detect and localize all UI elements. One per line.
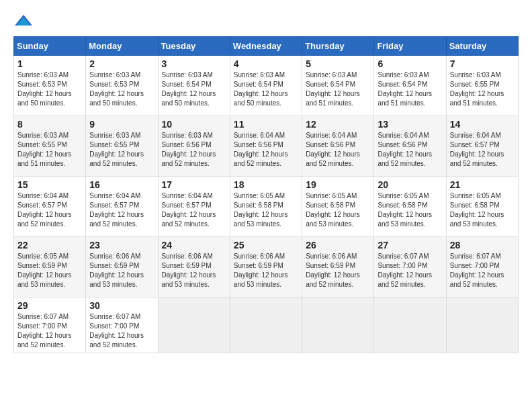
calendar-cell: 11 Sunrise: 6:04 AM Sunset: 6:56 PM Dayl… [230,116,302,177]
calendar-cell: 16 Sunrise: 6:04 AM Sunset: 6:57 PM Dayl… [86,177,158,237]
day-number: 4 [234,58,298,69]
day-info: Sunrise: 6:03 AM Sunset: 6:55 PM Dayligh… [17,131,82,169]
calendar-cell: 8 Sunrise: 6:03 AM Sunset: 6:55 PM Dayli… [14,116,86,177]
calendar-cell: 10 Sunrise: 6:03 AM Sunset: 6:56 PM Dayl… [158,116,230,177]
calendar-cell: 21 Sunrise: 6:05 AM Sunset: 6:58 PM Dayl… [446,177,518,237]
day-info: Sunrise: 6:04 AM Sunset: 6:57 PM Dayligh… [17,191,82,229]
day-number: 9 [89,119,154,130]
day-info: Sunrise: 6:07 AM Sunset: 7:00 PM Dayligh… [450,252,515,289]
calendar-cell: 6 Sunrise: 6:03 AM Sunset: 6:54 PM Dayli… [374,56,446,116]
calendar-week-row: 1 Sunrise: 6:03 AM Sunset: 6:53 PM Dayli… [14,56,519,116]
day-info: Sunrise: 6:04 AM Sunset: 6:57 PM Dayligh… [450,131,515,169]
day-info: Sunrise: 6:03 AM Sunset: 6:53 PM Dayligh… [17,71,82,108]
day-info: Sunrise: 6:03 AM Sunset: 6:54 PM Dayligh… [378,71,442,108]
day-info: Sunrise: 6:05 AM Sunset: 6:58 PM Dayligh… [450,191,515,229]
calendar-header-monday: Monday [86,37,158,56]
day-info: Sunrise: 6:04 AM Sunset: 6:56 PM Dayligh… [234,131,298,169]
day-number: 5 [306,58,370,69]
day-info: Sunrise: 6:05 AM Sunset: 6:58 PM Dayligh… [306,191,370,229]
day-info: Sunrise: 6:03 AM Sunset: 6:55 PM Dayligh… [89,131,154,169]
calendar-cell: 5 Sunrise: 6:03 AM Sunset: 6:54 PM Dayli… [302,56,374,116]
day-number: 13 [378,119,442,130]
day-number: 30 [89,300,154,311]
calendar-cell: 15 Sunrise: 6:04 AM Sunset: 6:57 PM Dayl… [14,177,86,237]
calendar-week-row: 15 Sunrise: 6:04 AM Sunset: 6:57 PM Dayl… [14,177,519,237]
day-number: 18 [234,179,298,190]
calendar-header-thursday: Thursday [302,37,374,56]
calendar-cell: 9 Sunrise: 6:03 AM Sunset: 6:55 PM Dayli… [86,116,158,177]
calendar-cell: 24 Sunrise: 6:06 AM Sunset: 6:59 PM Dayl… [158,237,230,298]
day-number: 12 [306,119,370,130]
calendar-cell: 12 Sunrise: 6:04 AM Sunset: 6:56 PM Dayl… [302,116,374,177]
calendar-cell: 26 Sunrise: 6:06 AM Sunset: 6:59 PM Dayl… [302,237,374,298]
calendar-header-friday: Friday [374,37,446,56]
day-number: 11 [234,119,298,130]
day-number: 10 [162,119,226,130]
calendar-cell: 4 Sunrise: 6:03 AM Sunset: 6:54 PM Dayli… [230,56,302,116]
day-info: Sunrise: 6:03 AM Sunset: 6:55 PM Dayligh… [450,71,515,108]
calendar-week-row: 29 Sunrise: 6:07 AM Sunset: 7:00 PM Dayl… [14,298,519,353]
calendar-cell: 1 Sunrise: 6:03 AM Sunset: 6:53 PM Dayli… [14,56,86,116]
calendar-cell: 13 Sunrise: 6:04 AM Sunset: 6:56 PM Dayl… [374,116,446,177]
day-number: 21 [450,179,515,190]
calendar-cell: 20 Sunrise: 6:05 AM Sunset: 6:58 PM Dayl… [374,177,446,237]
day-info: Sunrise: 6:06 AM Sunset: 6:59 PM Dayligh… [306,252,370,289]
calendar-cell: 25 Sunrise: 6:06 AM Sunset: 6:59 PM Dayl… [230,237,302,298]
day-number: 26 [306,240,370,250]
day-info: Sunrise: 6:04 AM Sunset: 6:57 PM Dayligh… [162,191,226,229]
day-info: Sunrise: 6:03 AM Sunset: 6:56 PM Dayligh… [162,131,226,169]
day-info: Sunrise: 6:03 AM Sunset: 6:53 PM Dayligh… [89,71,154,108]
day-number: 6 [378,58,442,69]
calendar-header-sunday: Sunday [14,37,86,56]
calendar-cell [446,298,518,353]
calendar-cell: 27 Sunrise: 6:07 AM Sunset: 7:00 PM Dayl… [374,237,446,298]
calendar-cell [158,298,230,353]
day-number: 19 [306,179,370,190]
day-number: 16 [89,179,154,190]
calendar-cell: 22 Sunrise: 6:05 AM Sunset: 6:59 PM Dayl… [14,237,86,298]
logo [13,13,36,30]
calendar-header-wednesday: Wednesday [230,37,302,56]
calendar-cell: 18 Sunrise: 6:05 AM Sunset: 6:58 PM Dayl… [230,177,302,237]
day-info: Sunrise: 6:04 AM Sunset: 6:56 PM Dayligh… [306,131,370,169]
day-info: Sunrise: 6:07 AM Sunset: 7:00 PM Dayligh… [89,312,154,350]
logo-icon [13,13,34,30]
day-info: Sunrise: 6:07 AM Sunset: 7:00 PM Dayligh… [17,312,82,350]
day-number: 7 [450,58,515,69]
calendar-cell [302,298,374,353]
calendar-week-row: 22 Sunrise: 6:05 AM Sunset: 6:59 PM Dayl… [14,237,519,298]
page-header [13,13,519,30]
day-number: 1 [17,58,82,69]
calendar-cell: 7 Sunrise: 6:03 AM Sunset: 6:55 PM Dayli… [446,56,518,116]
calendar-cell: 17 Sunrise: 6:04 AM Sunset: 6:57 PM Dayl… [158,177,230,237]
day-number: 27 [378,240,442,250]
day-number: 22 [17,240,82,250]
calendar-header-tuesday: Tuesday [158,37,230,56]
calendar-table: SundayMondayTuesdayWednesdayThursdayFrid… [13,36,519,353]
calendar-cell: 14 Sunrise: 6:04 AM Sunset: 6:57 PM Dayl… [446,116,518,177]
day-info: Sunrise: 6:06 AM Sunset: 6:59 PM Dayligh… [89,252,154,289]
day-number: 28 [450,240,515,250]
day-number: 25 [234,240,298,250]
day-info: Sunrise: 6:06 AM Sunset: 6:59 PM Dayligh… [162,252,226,289]
day-number: 29 [17,300,82,311]
day-info: Sunrise: 6:03 AM Sunset: 6:54 PM Dayligh… [306,71,370,108]
day-number: 3 [162,58,226,69]
day-info: Sunrise: 6:05 AM Sunset: 6:59 PM Dayligh… [17,252,82,289]
day-info: Sunrise: 6:05 AM Sunset: 6:58 PM Dayligh… [234,191,298,229]
calendar-header-saturday: Saturday [446,37,518,56]
day-info: Sunrise: 6:04 AM Sunset: 6:57 PM Dayligh… [89,191,154,229]
calendar-cell: 28 Sunrise: 6:07 AM Sunset: 7:00 PM Dayl… [446,237,518,298]
day-number: 14 [450,119,515,130]
calendar-cell [230,298,302,353]
day-number: 8 [17,119,82,130]
day-number: 23 [89,240,154,250]
day-info: Sunrise: 6:06 AM Sunset: 6:59 PM Dayligh… [234,252,298,289]
day-number: 24 [162,240,226,250]
calendar-cell: 29 Sunrise: 6:07 AM Sunset: 7:00 PM Dayl… [14,298,86,353]
day-number: 15 [17,179,82,190]
day-info: Sunrise: 6:04 AM Sunset: 6:56 PM Dayligh… [378,131,442,169]
day-info: Sunrise: 6:03 AM Sunset: 6:54 PM Dayligh… [162,71,226,108]
day-info: Sunrise: 6:07 AM Sunset: 7:00 PM Dayligh… [378,252,442,289]
calendar-cell: 19 Sunrise: 6:05 AM Sunset: 6:58 PM Dayl… [302,177,374,237]
